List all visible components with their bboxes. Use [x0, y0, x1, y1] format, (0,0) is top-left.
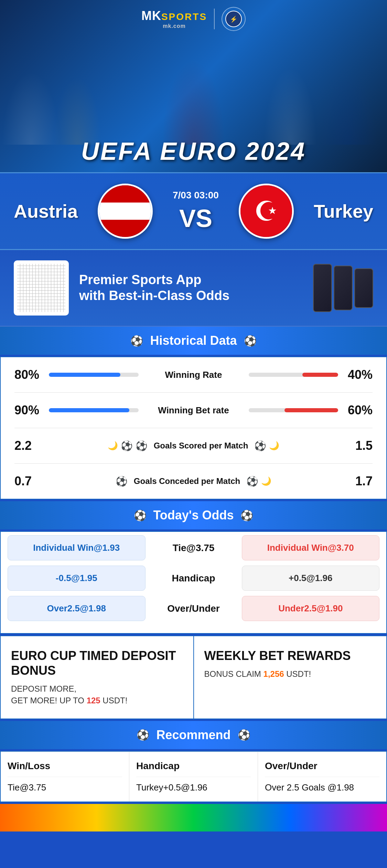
- ball-icon-2: ⚽: [136, 440, 148, 452]
- bonus-deposit-desc: DEPOSIT MORE, GET MORE! UP TO 125 USDT!: [11, 683, 183, 706]
- turkey-flag-graphic: ☪: [240, 185, 292, 237]
- bottom-banner: [0, 804, 387, 831]
- recommend-section: Win/Loss Tie@3.75 Handicap Turkey+0.5@1.…: [0, 751, 387, 802]
- odds-handicap-left[interactable]: -0.5@1.95: [8, 566, 146, 591]
- odds-individual-win-left[interactable]: Individual Win@1.93: [8, 535, 146, 560]
- bonus-deposit-title: EURO CUP TIMED DEPOSIT BONUS: [11, 648, 183, 678]
- historical-title: Historical Data: [150, 333, 237, 348]
- ball-icon-c2: ⚽: [246, 476, 258, 487]
- recommend-title: Recommend: [156, 728, 230, 742]
- stat-icons-goals-conceded: ⚽ Goals Conceded per Match ⚽ 🌙: [49, 476, 338, 487]
- ball-icon-1: ⚽: [121, 440, 133, 452]
- recommend-col-overunder: Over/Under Over 2.5 Goals @1.98: [258, 752, 386, 802]
- app-qr-code: [14, 260, 69, 316]
- stat-bar-fill-red-winning-rate: [302, 373, 338, 377]
- austria-flag-graphic: [99, 185, 151, 237]
- mksports-logo: MKSPORTS mk.com: [141, 9, 207, 29]
- recommend-ball-right: ⚽: [238, 729, 250, 741]
- recommend-winloss-value: Tie@3.75: [8, 782, 122, 793]
- odds-ball-right: ⚽: [240, 509, 253, 521]
- recommend-handicap-header: Handicap: [136, 761, 251, 777]
- app-headline-line1: Premier Sports App: [79, 272, 201, 287]
- app-headline-line2: with Best-in-Class Odds: [79, 288, 229, 303]
- recommend-overunder-value: Over 2.5 Goals @1.98: [265, 782, 379, 793]
- recommend-col-handicap: Handicap Turkey+0.5@1.96: [129, 752, 258, 802]
- app-headline: Premier Sports App with Best-in-Class Od…: [79, 272, 294, 303]
- stat-left-winning-bet-rate: 90%: [14, 403, 42, 417]
- odds-tie: Tie@3.75: [151, 542, 237, 554]
- stat-right-winning-bet-rate: 60%: [345, 403, 373, 417]
- stat-bar-right-winning-bet-rate: [249, 408, 338, 412]
- stat-icons-goals-scored: 🌙 ⚽ ⚽ Goals Scored per Match ⚽ 🌙: [49, 440, 338, 452]
- bonus-weekly-desc-text: BONUS CLAIM: [204, 669, 261, 679]
- ball-icon-c1: ⚽: [116, 476, 128, 487]
- hero-section: MKSPORTS mk.com ⚡ UEFA EURO 2024: [0, 0, 387, 172]
- half-ball-icon-right: 🌙: [269, 441, 279, 451]
- stat-right-goals-conceded: 1.7: [345, 474, 373, 488]
- recommend-overunder-header: Over/Under: [265, 761, 379, 777]
- team-left-name: Austria: [14, 200, 78, 222]
- half-ball-c: 🌙: [261, 476, 271, 486]
- austria-flag: [98, 184, 153, 239]
- recommend-col-winloss: Win/Loss Tie@3.75: [1, 752, 129, 802]
- odds-under-right[interactable]: Under2.5@1.90: [242, 596, 380, 621]
- odds-overunder-label: Over/Under: [151, 603, 237, 614]
- club-logo: ⚡: [222, 7, 246, 31]
- match-date: 7/03 03:00: [173, 190, 219, 201]
- stat-row-goals-scored: 2.2 🌙 ⚽ ⚽ Goals Scored per Match ⚽ 🌙 1.5: [14, 428, 373, 464]
- stat-label-winning-rate: Winning Rate: [146, 370, 242, 380]
- odds-over-left[interactable]: Over2.5@1.98: [8, 596, 146, 621]
- recommend-header: ⚽ Recommend ⚽: [0, 721, 387, 749]
- sports-text: SPORTS: [161, 11, 207, 22]
- stat-bar-left-winning-bet-rate: [49, 408, 139, 412]
- phone-mockup-3: [354, 268, 373, 308]
- phone-mockup-2: [334, 266, 353, 310]
- euro-title: UEFA EURO 2024: [81, 137, 306, 165]
- stat-label-winning-bet-rate: Winning Bet rate: [146, 405, 242, 416]
- stat-row-winning-rate: 80% Winning Rate 40%: [14, 357, 373, 393]
- vs-block: 7/03 03:00 VS: [173, 190, 219, 232]
- stat-row-goals-conceded: 0.7 ⚽ Goals Conceded per Match ⚽ 🌙 1.7: [14, 464, 373, 499]
- stat-right-goals-scored: 1.5: [345, 438, 373, 453]
- odds-row-2: -0.5@1.95 Handicap +0.5@1.96: [8, 566, 379, 591]
- stat-bar-fill-blue-winning-bet-rate: [49, 408, 129, 412]
- odds-handicap-label: Handicap: [151, 573, 237, 584]
- odds-handicap-right[interactable]: +0.5@1.96: [242, 566, 380, 591]
- ball-icon-3: ⚽: [254, 440, 266, 452]
- team-right-name: Turkey: [314, 200, 373, 222]
- odds-individual-win-right[interactable]: Individual Win@3.70: [242, 535, 380, 560]
- stat-bar-fill-blue-winning-rate: [49, 373, 120, 377]
- bonus-deposit-line1: DEPOSIT MORE,: [11, 684, 76, 693]
- match-section: Austria 7/03 03:00 VS ☪ Turkey: [0, 172, 387, 250]
- ball-icon-right: ⚽: [244, 335, 257, 347]
- ball-icon-left: ⚽: [130, 335, 143, 347]
- stat-left-winning-rate: 80%: [14, 368, 42, 382]
- recommend-ball-left: ⚽: [137, 729, 149, 741]
- historical-section: 80% Winning Rate 40% 90% Winning Bet rat…: [0, 356, 387, 499]
- bonus-weekly-suffix: USDT!: [286, 669, 311, 679]
- app-text: Premier Sports App with Best-in-Class Od…: [79, 272, 294, 303]
- odds-section: Individual Win@1.93 Tie@3.75 Individual …: [0, 531, 387, 634]
- bonus-deposit-suffix: USDT!: [103, 696, 127, 705]
- historical-header: ⚽ Historical Data ⚽: [0, 327, 387, 355]
- app-screens: [304, 260, 373, 316]
- recommend-winloss-header: Win/Loss: [8, 761, 122, 777]
- bonus-weekly-highlight: 1,256: [264, 669, 284, 679]
- odds-ball-left: ⚽: [134, 509, 147, 521]
- stat-right-winning-rate: 40%: [345, 368, 373, 382]
- stat-left-goals-scored: 2.2: [14, 438, 42, 453]
- domain-text: mk.com: [141, 23, 207, 29]
- stat-left-goals-conceded: 0.7: [14, 474, 42, 488]
- stat-bar-right-winning-rate: [249, 373, 338, 377]
- goals-conceded-label: Goals Conceded per Match: [134, 476, 240, 486]
- half-ball-icon: 🌙: [108, 441, 118, 451]
- logo-divider: [214, 9, 215, 29]
- recommend-handicap-value: Turkey+0.5@1.96: [136, 782, 251, 793]
- bonus-weekly-box: WEEKLY BET REWARDS BONUS CLAIM 1,256 USD…: [194, 636, 387, 719]
- logo-bar: MKSPORTS mk.com ⚡: [0, 7, 387, 31]
- stat-row-winning-bet-rate: 90% Winning Bet rate 60%: [14, 393, 373, 428]
- odds-header: ⚽ Today's Odds ⚽: [0, 501, 387, 529]
- odds-row-1: Individual Win@1.93 Tie@3.75 Individual …: [8, 535, 379, 560]
- odds-row-3: Over2.5@1.98 Over/Under Under2.5@1.90: [8, 596, 379, 621]
- turkey-flag: ☪: [239, 184, 294, 239]
